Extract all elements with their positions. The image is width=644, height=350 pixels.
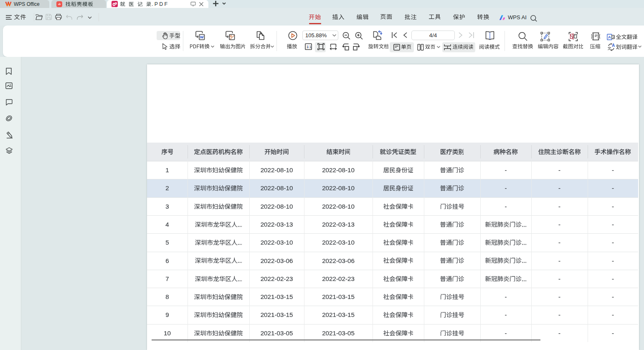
svg-text:1: 1 — [306, 45, 308, 49]
svg-text:1: 1 — [309, 45, 311, 49]
svg-text:A: A — [608, 35, 611, 39]
svg-text:A: A — [612, 43, 615, 48]
